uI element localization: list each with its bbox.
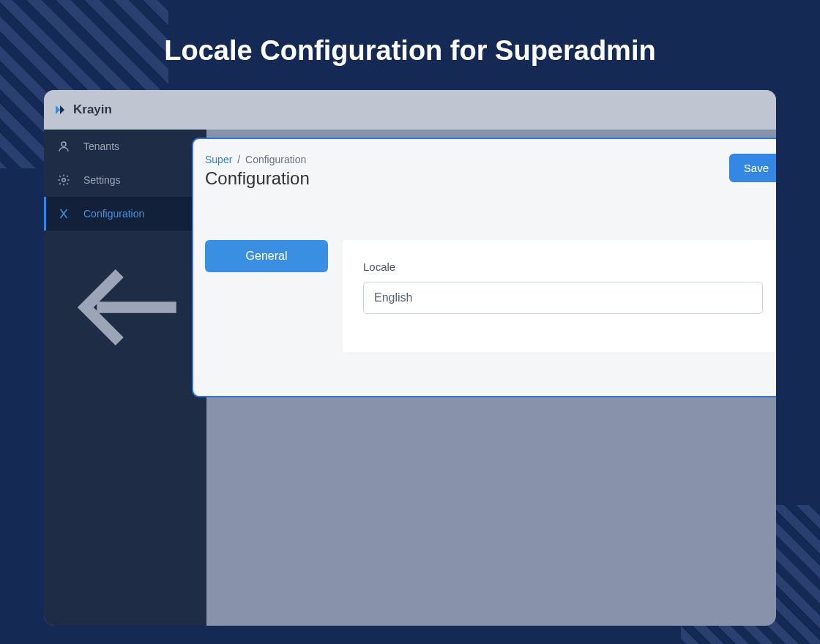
app-header: Krayin (44, 90, 776, 130)
gear-icon (57, 173, 70, 187)
svg-point-0 (61, 142, 66, 146)
config-panel: Super / Configuration Configuration Save… (192, 138, 776, 397)
main-content: Super / Configuration Configuration Save… (206, 130, 776, 626)
sidebar-item-label: Tenants (83, 141, 119, 152)
sidebar-item-label: Settings (83, 174, 121, 186)
logo[interactable]: Krayin (51, 101, 112, 119)
locale-input[interactable] (363, 282, 763, 314)
app-body: Tenants Settings Config (44, 130, 776, 626)
breadcrumb-current: Configuration (245, 154, 306, 165)
sidebar-collapse-button[interactable] (44, 231, 206, 387)
hero-title: Locale Configuration for Superadmin (0, 0, 820, 90)
panel-header: Super / Configuration Configuration Save (205, 154, 776, 189)
page-title: Configuration (205, 168, 310, 189)
tab-general[interactable]: General (205, 240, 328, 272)
sidebar: Tenants Settings Config (44, 130, 206, 626)
locale-label: Locale (363, 261, 763, 273)
breadcrumb: Super / Configuration (205, 154, 310, 165)
panel-body: General Locale (205, 240, 776, 352)
breadcrumb-separator: / (237, 154, 243, 165)
logo-icon (51, 101, 69, 119)
logo-text: Krayin (73, 102, 112, 117)
save-button[interactable]: Save (729, 154, 776, 182)
sidebar-item-tenants[interactable]: Tenants (44, 130, 206, 163)
form-card: Locale (343, 240, 776, 352)
sidebar-item-configuration[interactable]: Configuration (44, 197, 206, 231)
sidebar-item-settings[interactable]: Settings (44, 163, 206, 197)
breadcrumb-link[interactable]: Super (205, 154, 232, 165)
app-window: Krayin Tenants (44, 90, 776, 626)
tab-section: General (205, 240, 328, 352)
sidebar-item-label: Configuration (83, 208, 144, 220)
user-icon (57, 140, 70, 153)
collapse-icon (57, 365, 193, 378)
svg-point-1 (62, 179, 66, 182)
tools-icon (57, 207, 70, 220)
